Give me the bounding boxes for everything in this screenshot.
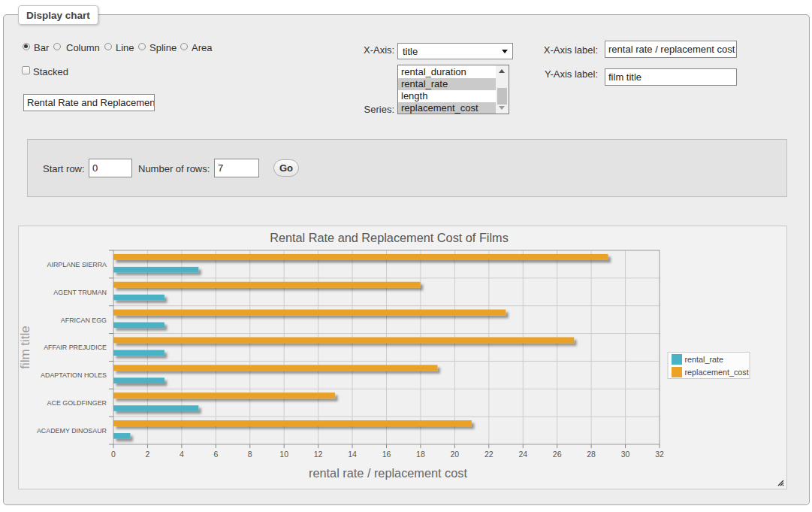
- svg-text:AFFAIR PREJUDICE: AFFAIR PREJUDICE: [44, 344, 107, 351]
- svg-text:AFRICAN EGG: AFRICAN EGG: [61, 317, 107, 324]
- svg-text:rental rate / replacement cost: rental rate / replacement cost: [309, 466, 467, 480]
- svg-text:2: 2: [146, 450, 150, 459]
- svg-text:8: 8: [248, 450, 252, 459]
- svg-text:24: 24: [518, 450, 527, 459]
- svg-text:ADAPTATION HOLES: ADAPTATION HOLES: [41, 371, 107, 379]
- svg-text:30: 30: [621, 450, 630, 459]
- svg-text:ACE GOLDFINGER: ACE GOLDFINGER: [47, 399, 107, 407]
- svg-text:22: 22: [484, 450, 494, 459]
- svg-text:AIRPLANE SIERRA: AIRPLANE SIERRA: [47, 261, 107, 268]
- svg-text:4: 4: [180, 450, 184, 459]
- svg-text:28: 28: [587, 450, 596, 459]
- svg-text:rental_rate: rental_rate: [685, 355, 724, 364]
- svg-text:film title: film title: [19, 326, 32, 369]
- svg-text:12: 12: [314, 450, 323, 459]
- svg-text:16: 16: [382, 450, 391, 459]
- svg-text:14: 14: [348, 450, 357, 459]
- svg-text:ACADEMY DINOSAUR: ACADEMY DINOSAUR: [37, 427, 107, 435]
- svg-text:10: 10: [279, 450, 288, 459]
- svg-text:26: 26: [553, 450, 562, 459]
- svg-text:0: 0: [111, 450, 116, 459]
- svg-text:replacement_cost: replacement_cost: [685, 368, 749, 377]
- svg-text:18: 18: [416, 450, 425, 459]
- svg-text:32: 32: [655, 450, 664, 459]
- svg-text:6: 6: [213, 450, 218, 459]
- svg-text:20: 20: [451, 450, 460, 459]
- svg-text:AGENT TRUMAN: AGENT TRUMAN: [53, 289, 107, 296]
- svg-text:Rental Rate and Replacement Co: Rental Rate and Replacement Cost of Film…: [270, 231, 509, 244]
